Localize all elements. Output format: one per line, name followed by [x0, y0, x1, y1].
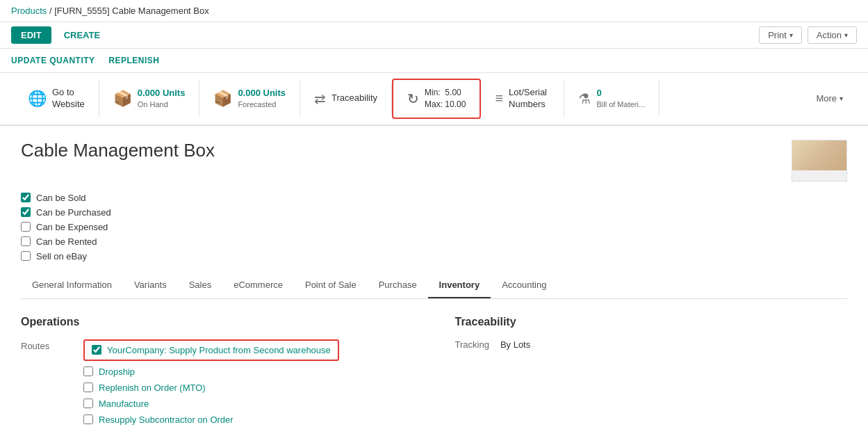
tracking-value: By Lots [500, 339, 530, 350]
secondary-toolbar: UPDATE QUANTITY REPLENISH [0, 49, 868, 73]
max-value-display: Max: 10.00 [425, 99, 466, 111]
checkbox-can-be-sold[interactable]: Can be Sold [21, 193, 847, 203]
route-manufacture-label[interactable]: Manufacture [99, 398, 149, 409]
traceability-label: Traceability [331, 92, 377, 104]
product-header: Cable Management Box [21, 140, 847, 182]
edit-button[interactable]: EDIT [11, 26, 51, 44]
smart-btn-forecasted[interactable]: 📦 0.000 Units Forecasted [199, 81, 300, 116]
forecasted-label: Forecasted [238, 99, 286, 109]
forecasted-icon: 📦 [213, 90, 232, 108]
route-supply-checkbox[interactable] [92, 345, 101, 355]
operations-title: Operations [21, 316, 413, 328]
tracking-label: Tracking [455, 339, 489, 350]
update-quantity-button[interactable]: UPDATE QUANTITY [11, 53, 95, 68]
route-manufacture: Manufacture [83, 398, 339, 409]
route-dropship: Dropship [83, 366, 339, 377]
tab-purchase[interactable]: Purchase [368, 273, 428, 298]
lot-serial-line1: Lot/Serial [509, 87, 547, 99]
on-hand-icon: 📦 [113, 90, 132, 108]
action-button[interactable]: Action ▾ [808, 26, 857, 44]
tracking-row: Tracking By Lots [455, 339, 848, 350]
route-dropship-checkbox[interactable] [83, 366, 93, 376]
website-line2: Website [52, 99, 85, 111]
on-hand-value: 0.000 Units [138, 88, 186, 99]
replenish-button[interactable]: REPLENISH [108, 53, 159, 68]
tab-general-information[interactable]: General Information [21, 273, 123, 298]
action-caret-icon: ▾ [844, 31, 848, 39]
bom-value: 0 [596, 88, 645, 99]
action-bar: EDIT CREATE Print ▾ Action ▾ [0, 22, 868, 49]
breadcrumb-current: [FURN_5555] Cable Management Box [54, 6, 209, 16]
bom-label: Bill of Materi... [596, 99, 645, 109]
product-image [792, 140, 847, 182]
routes-list: YourCompany: Supply Product from Second … [83, 339, 339, 425]
min-value-display: Min: 5.00 [425, 87, 466, 99]
smart-btn-minmax[interactable]: ↻ Min: 5.00 Max: 10.00 [392, 79, 481, 119]
route-manufacture-checkbox[interactable] [83, 398, 93, 408]
product-checkboxes: Can be Sold Can be Purchased Can be Expe… [21, 193, 847, 261]
route-mto-checkbox[interactable] [83, 382, 93, 392]
checkbox-can-be-purchased[interactable]: Can be Purchased [21, 207, 847, 218]
route-resupply-checkbox[interactable] [83, 414, 93, 424]
print-button[interactable]: Print ▾ [759, 26, 802, 44]
more-caret-icon: ▾ [840, 95, 843, 102]
smart-btn-traceability[interactable]: ⇄ Traceability [300, 83, 392, 114]
tab-sales[interactable]: Sales [178, 273, 223, 298]
product-tabs: General Information Variants Sales eComm… [21, 273, 847, 299]
route-supply-label[interactable]: YourCompany: Supply Product from Second … [107, 345, 331, 355]
more-button[interactable]: More ▾ [805, 86, 854, 111]
minmax-icon: ↻ [407, 90, 419, 107]
breadcrumb-separator: / [49, 6, 52, 16]
tab-accounting[interactable]: Accounting [491, 273, 557, 298]
checkbox-can-be-rented[interactable]: Can be Rented [21, 236, 847, 247]
routes-label: Routes [21, 339, 69, 351]
route-supply: YourCompany: Supply Product from Second … [83, 339, 339, 361]
create-button[interactable]: CREATE [57, 26, 107, 44]
print-caret-icon: ▾ [789, 31, 793, 39]
tab-point-of-sale[interactable]: Point of Sale [294, 273, 368, 298]
traceability-icon: ⇄ [314, 90, 326, 107]
tab-ecommerce[interactable]: eCommerce [222, 273, 294, 298]
inventory-tab-content: Operations Routes YourCompany: Supply Pr… [21, 299, 847, 427]
breadcrumb: Products / [FURN_5555] Cable Management … [0, 0, 868, 22]
operations-section: Operations Routes YourCompany: Supply Pr… [21, 316, 413, 425]
traceability-section: Traceability Tracking By Lots [455, 316, 848, 425]
smart-buttons-bar: 🌐 Go to Website 📦 0.000 Units On Hand 📦 … [0, 73, 868, 126]
product-title: Cable Management Box [21, 140, 215, 161]
tab-inventory[interactable]: Inventory [428, 273, 491, 298]
checkbox-can-be-expensed[interactable]: Can be Expensed [21, 222, 847, 232]
smart-btn-lot-serial[interactable]: ≡ Lot/Serial Numbers [481, 80, 564, 118]
bom-icon: ⚗ [578, 90, 591, 107]
tab-variants[interactable]: Variants [123, 273, 178, 298]
website-line1: Go to [52, 87, 85, 99]
smart-btn-website[interactable]: 🌐 Go to Website [14, 80, 99, 118]
route-mto: Replenish on Order (MTO) [83, 382, 339, 393]
main-content: Cable Management Box Can be Sold Can be … [0, 126, 868, 427]
lot-serial-icon: ≡ [495, 90, 503, 106]
breadcrumb-parent[interactable]: Products [11, 6, 47, 16]
smart-btn-on-hand[interactable]: 📦 0.000 Units On Hand [99, 81, 200, 116]
checkbox-sell-on-ebay[interactable]: Sell on eBay [21, 251, 847, 261]
lot-serial-line2: Numbers [509, 99, 547, 111]
forecasted-value: 0.000 Units [238, 88, 286, 99]
routes-section: Routes YourCompany: Supply Product from … [21, 339, 413, 425]
website-icon: 🌐 [28, 90, 47, 108]
smart-btn-bom[interactable]: ⚗ 0 Bill of Materi... [564, 81, 660, 116]
route-dropship-label[interactable]: Dropship [99, 366, 135, 377]
route-resupply: Resupply Subcontractor on Order [83, 414, 339, 425]
route-resupply-label[interactable]: Resupply Subcontractor on Order [99, 414, 234, 425]
on-hand-label: On Hand [138, 99, 186, 109]
route-mto-label[interactable]: Replenish on Order (MTO) [99, 382, 206, 393]
traceability-title: Traceability [455, 316, 848, 328]
